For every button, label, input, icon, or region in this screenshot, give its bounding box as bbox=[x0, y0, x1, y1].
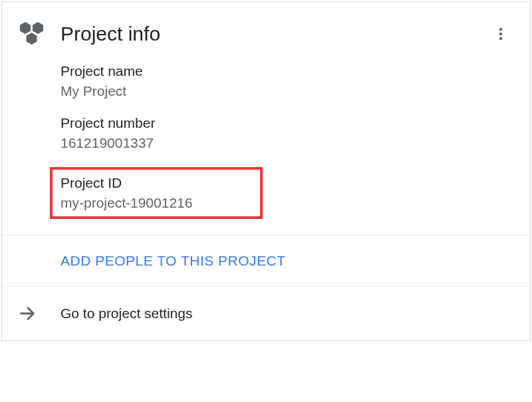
svg-point-5 bbox=[499, 37, 502, 40]
card-body: Project name My Project Project number 1… bbox=[2, 50, 530, 235]
svg-marker-1 bbox=[33, 22, 43, 34]
svg-point-3 bbox=[499, 28, 502, 31]
card-header: Project info bbox=[2, 2, 530, 50]
project-settings-label: Go to project settings bbox=[61, 305, 192, 321]
project-number-value: 161219001337 bbox=[61, 135, 514, 151]
more-vert-icon bbox=[493, 26, 509, 42]
project-id-label: Project ID bbox=[61, 175, 252, 191]
project-id-value: my-project-19001216 bbox=[61, 195, 252, 211]
card-title: Project info bbox=[61, 23, 487, 45]
svg-point-4 bbox=[499, 33, 502, 35]
project-info-card: Project info Project name My Project Pro… bbox=[1, 1, 531, 341]
arrow-right-icon bbox=[18, 303, 50, 324]
project-number-label: Project number bbox=[61, 115, 514, 131]
project-settings-link[interactable]: Go to project settings bbox=[2, 286, 530, 340]
project-name-field: Project name My Project bbox=[61, 63, 514, 99]
project-name-value: My Project bbox=[61, 83, 514, 99]
hexagons-icon bbox=[18, 18, 50, 50]
add-people-link[interactable]: Add people to this project bbox=[61, 253, 286, 268]
project-number-field: Project number 161219001337 bbox=[61, 115, 514, 151]
svg-marker-2 bbox=[27, 33, 37, 45]
svg-marker-0 bbox=[20, 22, 31, 34]
project-id-highlight: Project ID my-project-19001216 bbox=[50, 167, 263, 219]
card-action-row: Add people to this project bbox=[2, 235, 530, 286]
more-options-button[interactable] bbox=[487, 21, 514, 47]
project-name-label: Project name bbox=[61, 63, 514, 79]
